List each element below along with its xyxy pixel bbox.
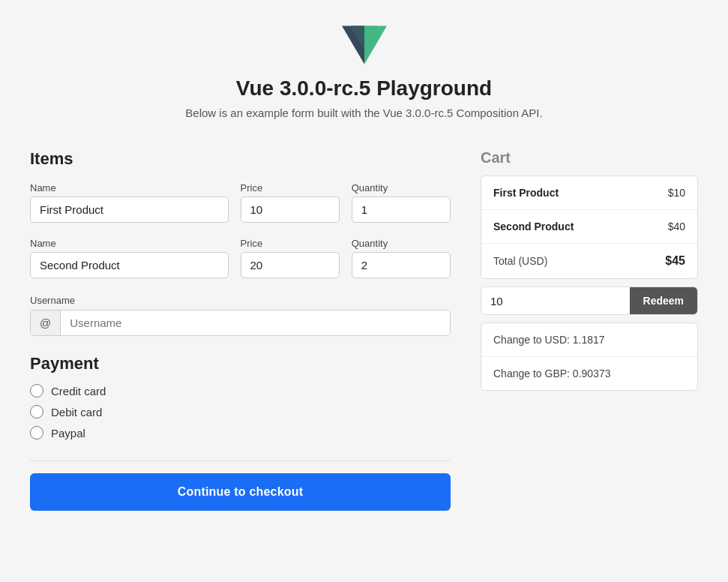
item2-qty-input[interactable]: [352, 252, 451, 278]
redeem-box: Redeem: [481, 286, 698, 315]
item-row-1: Name Price Quantity: [30, 182, 451, 223]
cart-item2-price: $40: [668, 220, 685, 232]
cart-item1-price: $10: [668, 187, 685, 199]
username-input-wrap: @: [30, 310, 451, 336]
page-subtitle: Below is an example form built with the …: [30, 106, 698, 119]
page-title: Vue 3.0.0-rc.5 Playground: [30, 76, 698, 100]
item2-price-group: Price: [241, 238, 340, 278]
item2-qty-group: Quantity: [352, 238, 451, 278]
rate-usd-row: Change to USD: 1.1817: [481, 323, 697, 357]
cart-total-label: Total (USD): [493, 255, 547, 267]
item2-name-group: Name: [30, 238, 229, 278]
radio-paypal-label: Paypal: [51, 427, 85, 440]
item2-qty-label: Quantity: [352, 238, 451, 249]
item1-price-group: Price: [241, 182, 340, 223]
username-label: Username: [30, 295, 75, 306]
username-input[interactable]: [61, 310, 450, 335]
left-panel: Items Name Price Quantity: [30, 149, 451, 511]
item1-qty-group: Quantity: [352, 182, 451, 223]
cart-title: Cart: [481, 149, 698, 166]
item1-name-input[interactable]: [30, 196, 229, 223]
checkout-button[interactable]: Continue to checkout: [30, 473, 451, 511]
item1-qty-input[interactable]: [352, 196, 451, 223]
vue-logo-icon: [342, 22, 387, 68]
radio-debit-card-label: Debit card: [51, 406, 102, 418]
items-section-title: Items: [30, 149, 451, 169]
divider: [30, 460, 451, 461]
cart-total-row: Total (USD) $45: [481, 244, 697, 278]
item2-name-input[interactable]: [30, 252, 229, 278]
cart-item-row-2: Second Product $40: [481, 210, 697, 244]
redeem-button[interactable]: Redeem: [630, 287, 697, 314]
rate-gbp-row: Change to GBP: 0.90373: [481, 357, 697, 390]
username-section: Username @: [30, 293, 451, 336]
radio-debit-card[interactable]: Debit card: [30, 405, 451, 418]
redeem-row: Redeem: [481, 287, 697, 314]
items-section: Items Name Price Quantity: [30, 149, 451, 278]
item2-price-input[interactable]: [241, 252, 340, 278]
cart-item1-name: First Product: [493, 187, 559, 199]
payment-section-title: Payment: [30, 354, 451, 374]
cart-item-row-1: First Product $10: [481, 176, 697, 210]
radio-credit-card-input[interactable]: [30, 384, 43, 398]
rates-box: Change to USD: 1.1817 Change to GBP: 0.9…: [481, 322, 698, 391]
radio-credit-card[interactable]: Credit card: [30, 384, 451, 398]
cart-items-box: First Product $10 Second Product $40 Tot…: [481, 176, 698, 279]
item1-price-label: Price: [241, 182, 340, 194]
item2-price-label: Price: [241, 238, 340, 249]
radio-debit-card-input[interactable]: [30, 405, 43, 418]
cart-total-value: $45: [665, 254, 685, 268]
radio-credit-card-label: Credit card: [51, 385, 106, 398]
item1-name-group: Name: [30, 182, 229, 223]
item1-name-label: Name: [30, 182, 229, 194]
item1-price-input[interactable]: [241, 196, 340, 223]
payment-section: Payment Credit card Debit card Paypal: [30, 354, 451, 440]
cart-item2-name: Second Product: [493, 220, 574, 232]
at-prefix: @: [31, 310, 61, 335]
cart-panel: Cart First Product $10 Second Product $4…: [481, 149, 698, 391]
item2-name-label: Name: [30, 238, 229, 249]
radio-paypal[interactable]: Paypal: [30, 426, 451, 440]
item1-qty-label: Quantity: [352, 182, 451, 194]
redeem-input[interactable]: [481, 287, 630, 314]
header: Vue 3.0.0-rc.5 Playground Below is an ex…: [30, 22, 698, 119]
item-row-2: Name Price Quantity: [30, 238, 451, 278]
radio-paypal-input[interactable]: [30, 426, 43, 440]
